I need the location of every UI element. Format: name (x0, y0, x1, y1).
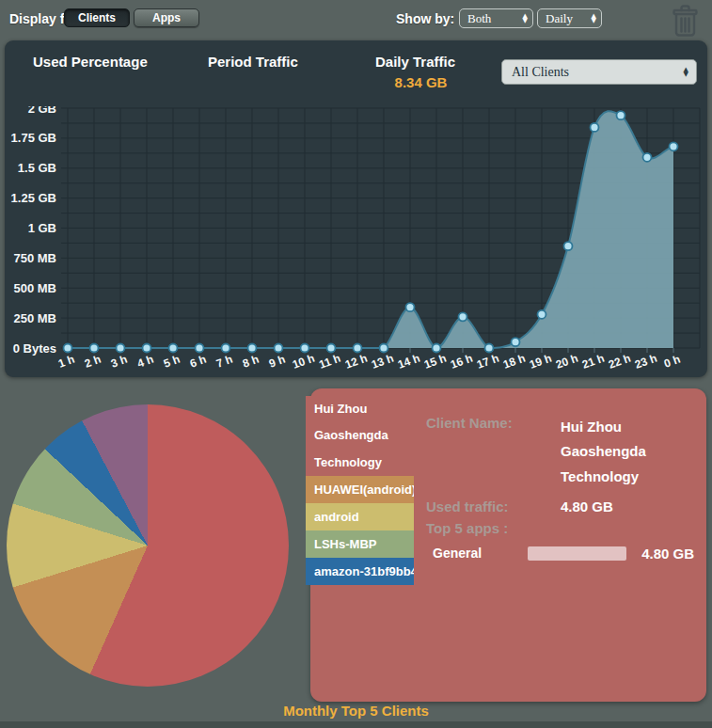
legend-item[interactable]: HUAWEI(android) (306, 476, 414, 503)
svg-text:750 MB: 750 MB (13, 251, 56, 265)
svg-text:0 h: 0 h (662, 353, 682, 371)
traffic-analyzer-page: Display for: Clients Apps Show by: Both … (0, 0, 712, 728)
svg-text:3 h: 3 h (109, 353, 129, 371)
show-by-period-value: Daily (546, 11, 573, 26)
svg-text:5 h: 5 h (162, 353, 182, 371)
pie-chart-title: Monthly Top 5 Clients (0, 703, 712, 719)
bottom-strip (0, 721, 712, 728)
app-usage-bar-fill (528, 546, 626, 561)
updown-arrows-icon: ▲▼ (592, 14, 596, 24)
legend-item[interactable]: amazon-31bf9bb40 (306, 558, 414, 585)
svg-text:1.75 GB: 1.75 GB (11, 131, 56, 145)
show-by-mode-select[interactable]: Both ▲▼ (459, 8, 533, 28)
trash-icon[interactable] (669, 4, 702, 39)
tab-daily-traffic[interactable]: Daily Traffic (375, 54, 455, 70)
svg-text:13 h: 13 h (370, 352, 395, 372)
legend-item[interactable]: Hui Zhou Gaoshengda Technology (306, 396, 414, 476)
svg-text:1 GB: 1 GB (28, 221, 56, 235)
svg-text:9 h: 9 h (267, 353, 287, 371)
svg-text:14 h: 14 h (396, 352, 421, 372)
svg-text:16 h: 16 h (449, 352, 474, 372)
top-apps-label: Top 5 apps : (426, 520, 561, 536)
client-name-label: Client Name: (426, 415, 561, 489)
client-name-value: Hui Zhou Gaoshengda Technology (561, 415, 699, 489)
svg-text:0 Bytes: 0 Bytes (13, 341, 56, 356)
svg-text:250 MB: 250 MB (13, 311, 56, 325)
svg-text:4 h: 4 h (135, 353, 155, 371)
hourly-traffic-area-chart[interactable]: 2 GB1.75 GB1.5 GB1.25 GB1 GB750 MB500 MB… (5, 106, 707, 377)
svg-text:17 h: 17 h (475, 352, 500, 372)
used-traffic-value: 4.80 GB (561, 499, 699, 515)
clients-button[interactable]: Clients (64, 8, 130, 27)
show-by-period-select[interactable]: Daily ▲▼ (537, 8, 602, 28)
svg-text:10 h: 10 h (291, 352, 316, 372)
top-toolbar: Display for: Clients Apps Show by: Both … (0, 0, 712, 40)
svg-text:2 GB: 2 GB (28, 106, 56, 116)
svg-text:20 h: 20 h (554, 352, 579, 372)
svg-text:11 h: 11 h (317, 352, 342, 372)
svg-text:6 h: 6 h (188, 353, 208, 371)
used-traffic-row: Used traffic: 4.80 GB (426, 499, 699, 515)
top-apps-list: General4.80 GB (426, 546, 699, 562)
svg-text:19 h: 19 h (528, 352, 553, 372)
top-apps-row: Top 5 apps : (426, 520, 699, 536)
traffic-chart-panel: Used Percentage Period Traffic Daily Tra… (5, 40, 707, 377)
app-row: General4.80 GB (433, 546, 699, 562)
top-clients-pie-chart[interactable] (7, 404, 289, 687)
client-filter-select[interactable]: All Clients ▲▼ (501, 59, 697, 85)
svg-text:2 h: 2 h (83, 353, 103, 371)
svg-text:18 h: 18 h (501, 352, 527, 372)
updown-arrows-icon: ▲▼ (684, 68, 688, 77)
client-filter-value: All Clients (512, 65, 569, 80)
svg-text:500 MB: 500 MB (13, 281, 56, 295)
svg-text:1.25 GB: 1.25 GB (11, 191, 56, 205)
app-usage-bar (528, 546, 626, 561)
clients-button-label: Clients (78, 11, 116, 24)
apps-button-label: Apps (152, 11, 181, 24)
svg-text:1.5 GB: 1.5 GB (18, 161, 56, 175)
svg-text:15 h: 15 h (422, 352, 448, 372)
apps-button[interactable]: Apps (134, 8, 199, 27)
tab-used-percentage[interactable]: Used Percentage (33, 54, 148, 70)
client-name-row: Client Name: Hui Zhou Gaoshengda Technol… (426, 415, 699, 489)
clients-legend: Hui Zhou Gaoshengda TechnologyHUAWEI(and… (306, 396, 414, 585)
svg-text:8 h: 8 h (241, 353, 261, 371)
daily-traffic-total: 8.34 GB (375, 74, 467, 90)
show-by-mode-value: Both (467, 11, 491, 26)
svg-text:12 h: 12 h (343, 352, 369, 372)
tab-period-traffic[interactable]: Period Traffic (208, 54, 298, 70)
app-name: General (433, 546, 528, 561)
svg-text:21 h: 21 h (580, 352, 606, 372)
svg-text:1 h: 1 h (56, 353, 76, 371)
legend-item[interactable]: android (306, 503, 414, 530)
svg-text:23 h: 23 h (633, 352, 658, 372)
app-traffic-value: 4.80 GB (626, 546, 699, 562)
svg-text:22 h: 22 h (607, 352, 632, 372)
legend-item[interactable]: LSHs-MBP (306, 530, 414, 558)
used-traffic-label: Used traffic: (426, 499, 561, 515)
show-by-label: Show by: (396, 11, 454, 26)
updown-arrows-icon: ▲▼ (523, 14, 528, 24)
svg-text:7 h: 7 h (214, 353, 234, 371)
